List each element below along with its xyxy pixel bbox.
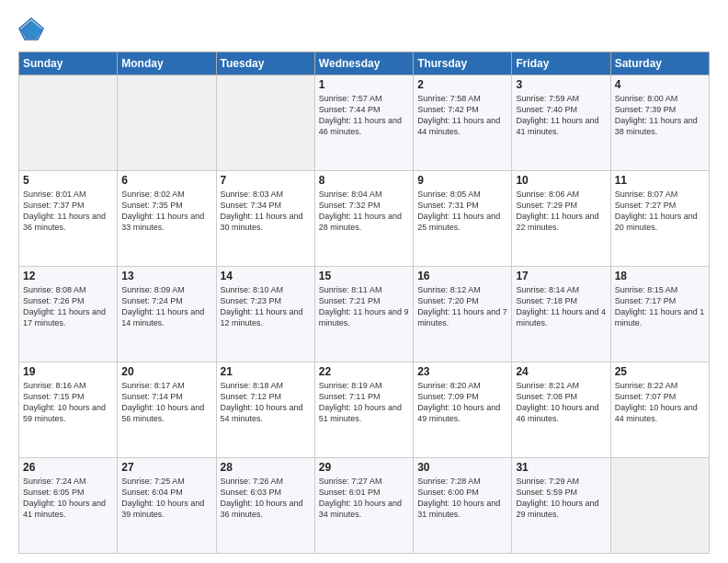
day-info: Sunrise: 7:58 AM Sunset: 7:42 PM Dayligh…: [417, 93, 507, 138]
day-number: 26: [23, 461, 113, 474]
weekday-header-saturday: Saturday: [610, 52, 709, 75]
day-number: 13: [121, 270, 211, 282]
weekday-header-sunday: Sunday: [19, 52, 118, 75]
day-cell: 4Sunrise: 8:00 AM Sunset: 7:39 PM Daylig…: [610, 75, 709, 171]
day-number: 22: [319, 365, 409, 378]
weekday-header-friday: Friday: [512, 52, 610, 75]
day-info: Sunrise: 8:05 AM Sunset: 7:31 PM Dayligh…: [417, 189, 507, 234]
day-number: 4: [615, 78, 705, 91]
week-row-3: 19Sunrise: 8:16 AM Sunset: 7:15 PM Dayli…: [19, 362, 710, 458]
week-row-0: 1Sunrise: 7:57 AM Sunset: 7:44 PM Daylig…: [19, 75, 710, 171]
day-number: 6: [121, 174, 211, 187]
day-cell: 31Sunrise: 7:29 AM Sunset: 5:59 PM Dayli…: [512, 458, 610, 554]
day-cell: 30Sunrise: 7:28 AM Sunset: 6:00 PM Dayli…: [414, 458, 512, 554]
day-number: 31: [516, 461, 606, 474]
day-cell: 24Sunrise: 8:21 AM Sunset: 7:08 PM Dayli…: [512, 362, 610, 458]
day-cell: 7Sunrise: 8:03 AM Sunset: 7:34 PM Daylig…: [216, 171, 314, 267]
day-info: Sunrise: 8:04 AM Sunset: 7:32 PM Dayligh…: [319, 189, 409, 234]
day-cell: 25Sunrise: 8:22 AM Sunset: 7:07 PM Dayli…: [610, 362, 709, 458]
week-row-1: 5Sunrise: 8:01 AM Sunset: 7:37 PM Daylig…: [19, 171, 710, 267]
day-cell: 5Sunrise: 8:01 AM Sunset: 7:37 PM Daylig…: [19, 171, 118, 267]
day-cell: 11Sunrise: 8:07 AM Sunset: 7:27 PM Dayli…: [610, 171, 709, 267]
day-info: Sunrise: 7:29 AM Sunset: 5:59 PM Dayligh…: [516, 476, 606, 521]
day-number: 5: [23, 174, 113, 187]
day-number: 3: [516, 78, 606, 91]
day-number: 7: [221, 174, 311, 187]
day-number: 15: [319, 270, 409, 282]
day-cell: 21Sunrise: 8:18 AM Sunset: 7:12 PM Dayli…: [216, 362, 314, 458]
page: SundayMondayTuesdayWednesdayThursdayFrid…: [0, 0, 728, 563]
day-cell: 6Sunrise: 8:02 AM Sunset: 7:35 PM Daylig…: [118, 171, 216, 267]
logo: [18, 17, 48, 42]
day-number: 18: [615, 270, 705, 282]
day-cell: [216, 75, 314, 171]
day-info: Sunrise: 8:22 AM Sunset: 7:07 PM Dayligh…: [615, 380, 705, 425]
day-info: Sunrise: 8:01 AM Sunset: 7:37 PM Dayligh…: [23, 189, 113, 234]
day-info: Sunrise: 8:08 AM Sunset: 7:26 PM Dayligh…: [23, 284, 113, 329]
day-info: Sunrise: 7:28 AM Sunset: 6:00 PM Dayligh…: [417, 476, 507, 521]
day-info: Sunrise: 8:17 AM Sunset: 7:14 PM Dayligh…: [121, 380, 211, 425]
day-number: 25: [615, 365, 705, 378]
day-info: Sunrise: 8:20 AM Sunset: 7:09 PM Dayligh…: [417, 380, 507, 425]
day-info: Sunrise: 8:15 AM Sunset: 7:17 PM Dayligh…: [615, 284, 705, 329]
day-cell: 8Sunrise: 8:04 AM Sunset: 7:32 PM Daylig…: [314, 171, 413, 267]
day-cell: 9Sunrise: 8:05 AM Sunset: 7:31 PM Daylig…: [414, 171, 512, 267]
day-number: 21: [221, 365, 311, 378]
weekday-header-monday: Monday: [118, 52, 216, 75]
day-number: 23: [417, 365, 507, 378]
day-number: 20: [121, 365, 211, 378]
calendar-table: SundayMondayTuesdayWednesdayThursdayFrid…: [18, 52, 710, 554]
day-cell: 15Sunrise: 8:11 AM Sunset: 7:21 PM Dayli…: [314, 267, 413, 362]
day-info: Sunrise: 8:18 AM Sunset: 7:12 PM Dayligh…: [221, 380, 311, 425]
day-number: 27: [121, 461, 211, 474]
day-info: Sunrise: 7:26 AM Sunset: 6:03 PM Dayligh…: [221, 476, 311, 521]
logo-icon: [18, 17, 44, 42]
weekday-header-thursday: Thursday: [414, 52, 512, 75]
day-number: 24: [516, 365, 606, 378]
day-number: 28: [221, 461, 311, 474]
day-cell: 29Sunrise: 7:27 AM Sunset: 6:01 PM Dayli…: [314, 458, 413, 554]
day-cell: 13Sunrise: 8:09 AM Sunset: 7:24 PM Dayli…: [118, 267, 216, 362]
day-cell: 1Sunrise: 7:57 AM Sunset: 7:44 PM Daylig…: [314, 75, 413, 171]
day-info: Sunrise: 8:11 AM Sunset: 7:21 PM Dayligh…: [319, 284, 409, 329]
day-number: 2: [417, 78, 507, 91]
day-info: Sunrise: 7:59 AM Sunset: 7:40 PM Dayligh…: [516, 93, 606, 138]
day-info: Sunrise: 7:24 AM Sunset: 6:05 PM Dayligh…: [23, 476, 113, 521]
day-cell: [118, 75, 216, 171]
day-cell: 10Sunrise: 8:06 AM Sunset: 7:29 PM Dayli…: [512, 171, 610, 267]
day-info: Sunrise: 8:09 AM Sunset: 7:24 PM Dayligh…: [121, 284, 211, 329]
day-cell: 22Sunrise: 8:19 AM Sunset: 7:11 PM Dayli…: [314, 362, 413, 458]
day-cell: 26Sunrise: 7:24 AM Sunset: 6:05 PM Dayli…: [19, 458, 118, 554]
day-info: Sunrise: 7:57 AM Sunset: 7:44 PM Dayligh…: [319, 93, 409, 138]
week-row-4: 26Sunrise: 7:24 AM Sunset: 6:05 PM Dayli…: [19, 458, 710, 554]
day-cell: 3Sunrise: 7:59 AM Sunset: 7:40 PM Daylig…: [512, 75, 610, 171]
day-number: 9: [417, 174, 507, 187]
header: [18, 17, 710, 42]
day-info: Sunrise: 8:19 AM Sunset: 7:11 PM Dayligh…: [319, 380, 409, 425]
day-cell: 17Sunrise: 8:14 AM Sunset: 7:18 PM Dayli…: [512, 267, 610, 362]
day-number: 14: [221, 270, 311, 282]
day-info: Sunrise: 8:02 AM Sunset: 7:35 PM Dayligh…: [121, 189, 211, 234]
weekday-header-wednesday: Wednesday: [314, 52, 413, 75]
day-cell: 12Sunrise: 8:08 AM Sunset: 7:26 PM Dayli…: [19, 267, 118, 362]
day-cell: 14Sunrise: 8:10 AM Sunset: 7:23 PM Dayli…: [216, 267, 314, 362]
day-info: Sunrise: 8:00 AM Sunset: 7:39 PM Dayligh…: [615, 93, 705, 138]
day-info: Sunrise: 8:03 AM Sunset: 7:34 PM Dayligh…: [221, 189, 311, 234]
day-number: 12: [23, 270, 113, 282]
weekday-header-tuesday: Tuesday: [216, 52, 314, 75]
day-info: Sunrise: 8:07 AM Sunset: 7:27 PM Dayligh…: [615, 189, 705, 234]
day-cell: [19, 75, 118, 171]
day-number: 19: [23, 365, 113, 378]
day-info: Sunrise: 8:14 AM Sunset: 7:18 PM Dayligh…: [516, 284, 606, 329]
day-cell: 16Sunrise: 8:12 AM Sunset: 7:20 PM Dayli…: [414, 267, 512, 362]
day-cell: 2Sunrise: 7:58 AM Sunset: 7:42 PM Daylig…: [414, 75, 512, 171]
day-number: 1: [319, 78, 409, 91]
day-info: Sunrise: 8:06 AM Sunset: 7:29 PM Dayligh…: [516, 189, 606, 234]
day-info: Sunrise: 7:25 AM Sunset: 6:04 PM Dayligh…: [121, 476, 211, 521]
day-cell: [610, 458, 709, 554]
day-number: 11: [615, 174, 705, 187]
day-cell: 20Sunrise: 8:17 AM Sunset: 7:14 PM Dayli…: [118, 362, 216, 458]
day-info: Sunrise: 7:27 AM Sunset: 6:01 PM Dayligh…: [319, 476, 409, 521]
day-cell: 23Sunrise: 8:20 AM Sunset: 7:09 PM Dayli…: [414, 362, 512, 458]
day-number: 17: [516, 270, 606, 282]
